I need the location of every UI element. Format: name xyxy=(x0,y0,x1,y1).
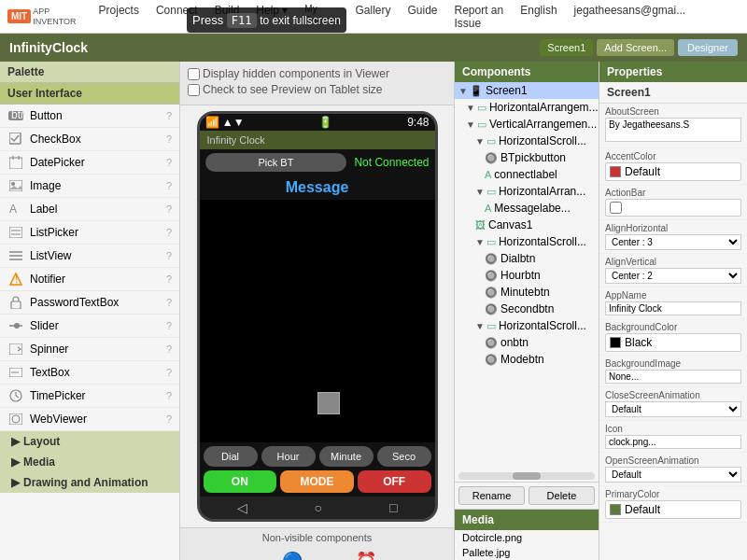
nav-guide[interactable]: Guide xyxy=(400,0,444,34)
tree-hscroll1[interactable]: ▼ ▭ HorizontalScroll... xyxy=(455,133,599,149)
tablet-preview-label: Check to see Preview on Tablet size xyxy=(203,83,383,96)
palette-datepicker[interactable]: DatePicker ? xyxy=(0,151,179,175)
pick-bt-button[interactable]: Pick BT xyxy=(205,153,347,172)
textbox-help[interactable]: ? xyxy=(166,367,172,378)
media-pallete[interactable]: Pallete.jpg xyxy=(455,545,599,560)
prop-openscreenanimation-label: OpenScreenAnimation xyxy=(605,455,741,466)
label-help[interactable]: ? xyxy=(166,203,172,215)
prop-alignvertical-select[interactable]: Center : 2 Top : 1 Bottom : 3 xyxy=(605,268,741,284)
media-dotcircle[interactable]: Dotcircle.png xyxy=(455,530,599,545)
nav-english[interactable]: English xyxy=(513,0,564,34)
components-scrollbar[interactable] xyxy=(458,472,595,480)
prop-alignhorizontal-select[interactable]: Center : 3 Left : 1 Right : 2 xyxy=(605,234,741,250)
palette-textbox[interactable]: TextBox ? xyxy=(0,361,179,385)
second-btn[interactable]: Seco xyxy=(377,446,431,467)
tree-canvas1[interactable]: 🖼 Canvas1 xyxy=(455,217,599,233)
prop-icon-input[interactable] xyxy=(605,435,741,449)
tree-secondbtn[interactable]: 🔘 Secondbtn xyxy=(455,301,599,317)
tree-hscroll3[interactable]: ▼ ▭ HorizontalScroll... xyxy=(455,317,599,334)
palette-image[interactable]: Image ? xyxy=(0,175,179,198)
listview-help[interactable]: ? xyxy=(166,250,172,261)
palette-listpicker[interactable]: ListPicker ? xyxy=(0,221,179,245)
tree-onbtn[interactable]: 🔘 onbtn xyxy=(455,334,599,351)
palette-notifier[interactable]: ! Notifier ? xyxy=(0,268,179,291)
delete-button[interactable]: Delete xyxy=(529,486,595,505)
prop-backgroundimage-input[interactable] xyxy=(605,370,741,384)
prop-closescreenanimation-select[interactable]: Default xyxy=(605,401,741,417)
home-icon[interactable]: ○ xyxy=(315,500,322,515)
designer-button[interactable]: Designer xyxy=(678,39,738,56)
palette-timepicker[interactable]: TimePicker ? xyxy=(0,385,179,408)
tree-vert1[interactable]: ▼ ▭ VerticalArrangemen... xyxy=(455,116,599,133)
properties-header: Properties xyxy=(599,62,747,82)
timepicker-help[interactable]: ? xyxy=(166,390,172,401)
tablet-preview-label-wrap[interactable]: Check to see Preview on Tablet size xyxy=(188,83,383,96)
nav-projects[interactable]: Projects xyxy=(92,0,147,34)
tree-screen1[interactable]: ▼ 📱 Screen1 xyxy=(455,82,599,99)
tree-hscroll1-label: HorizontalScroll... xyxy=(499,134,586,147)
prop-aboutscreen-input[interactable]: By Jegatheesans.S xyxy=(605,118,741,142)
prop-openscreenanimation-select[interactable]: Default xyxy=(605,467,741,483)
palette-passwordtextbox[interactable]: PasswordTextBox ? xyxy=(0,291,179,315)
palette-label[interactable]: A Label ? xyxy=(0,198,179,221)
tree-harr2[interactable]: ▼ ▭ HorizontalArran... xyxy=(455,183,599,200)
nav-report[interactable]: Report anIssue xyxy=(447,0,512,34)
datepicker-help[interactable]: ? xyxy=(166,157,172,168)
webviewer-help[interactable]: ? xyxy=(166,413,172,425)
image-label: Image xyxy=(30,179,166,192)
add-screen-button[interactable]: Add Screen... xyxy=(597,39,674,56)
tree-dialbtn[interactable]: 🔘 Dialbtn xyxy=(455,250,599,267)
tree-connect[interactable]: A connectlabel xyxy=(455,166,599,183)
tree-msglabel[interactable]: A Messagelabe... xyxy=(455,200,599,217)
nav-user[interactable]: jegatheesans@gmai... xyxy=(567,0,694,34)
tree-hscroll2[interactable]: ▼ ▭ HorizontalScroll... xyxy=(455,233,599,250)
minute-btn[interactable]: Minute xyxy=(319,446,374,467)
slider-help[interactable]: ? xyxy=(166,320,172,331)
listpicker-help[interactable]: ? xyxy=(166,227,172,238)
tree-minutebtn[interactable]: 🔘 Minutebtn xyxy=(455,284,599,301)
tree-modebtn[interactable]: 🔘 Modebtn xyxy=(455,351,599,368)
checkbox-help[interactable]: ? xyxy=(166,133,172,145)
back-icon[interactable]: ◁ xyxy=(237,500,247,515)
listview-label: ListView xyxy=(30,249,166,262)
button-help[interactable]: ? xyxy=(166,110,172,121)
tree-btpick[interactable]: 🔘 BTpickbutton xyxy=(455,149,599,166)
palette-checkbox[interactable]: CheckBox ? xyxy=(0,128,179,151)
tree-horiz1[interactable]: ▼ ▭ HorizontalArrangem... xyxy=(455,99,599,116)
spinner-help[interactable]: ? xyxy=(166,343,172,355)
tablet-preview-checkbox[interactable] xyxy=(188,84,200,96)
off-btn[interactable]: OFF xyxy=(358,470,431,493)
palette-slider[interactable]: Slider ? xyxy=(0,315,179,338)
on-btn[interactable]: ON xyxy=(204,470,277,493)
palette-button[interactable]: btn Button ? xyxy=(0,105,179,128)
drawing-section[interactable]: ▶ Drawing and Animation xyxy=(0,472,179,493)
palette-spinner[interactable]: Spinner ? xyxy=(0,338,179,361)
prop-accentcolor-value[interactable]: Default xyxy=(605,162,741,181)
button-icon: btn xyxy=(7,107,24,124)
layout-section[interactable]: ▶ Layout xyxy=(0,431,179,452)
rename-button[interactable]: Rename xyxy=(458,486,525,505)
passwordtextbox-help[interactable]: ? xyxy=(166,297,172,308)
label-icon: A xyxy=(7,201,24,217)
actionbar-checkbox[interactable] xyxy=(610,202,622,214)
palette-webviewer[interactable]: WebViewer ? xyxy=(0,408,179,431)
prop-appname-input[interactable] xyxy=(605,301,741,315)
notifier-label: Notifier xyxy=(30,273,166,286)
display-hidden-checkbox[interactable] xyxy=(188,68,200,80)
notifier-help[interactable]: ? xyxy=(166,273,172,285)
mode-btn[interactable]: MODE xyxy=(280,470,354,493)
prop-primarycolor-value[interactable]: Default xyxy=(605,500,741,519)
palette-listview[interactable]: ListView ? xyxy=(0,245,179,268)
dial-btn[interactable]: Dial xyxy=(204,446,258,467)
palette-header: Palette xyxy=(0,62,179,83)
tree-hourbtn[interactable]: 🔘 Hourbtn xyxy=(455,267,599,284)
prop-backgroundcolor-value[interactable]: Black xyxy=(605,333,741,352)
hour-btn[interactable]: Hour xyxy=(261,446,316,467)
nav-gallery[interactable]: Gallery xyxy=(347,0,398,34)
screen1-button[interactable]: Screen1 xyxy=(540,39,593,56)
display-hidden-option[interactable]: Display hidden components in Viewer xyxy=(188,67,389,80)
image-help[interactable]: ? xyxy=(166,180,172,191)
recents-icon[interactable]: □ xyxy=(389,500,397,515)
prop-closescreenanimation: CloseScreenAnimation Default xyxy=(599,387,747,421)
media-palette-section[interactable]: ▶ Media xyxy=(0,452,179,472)
